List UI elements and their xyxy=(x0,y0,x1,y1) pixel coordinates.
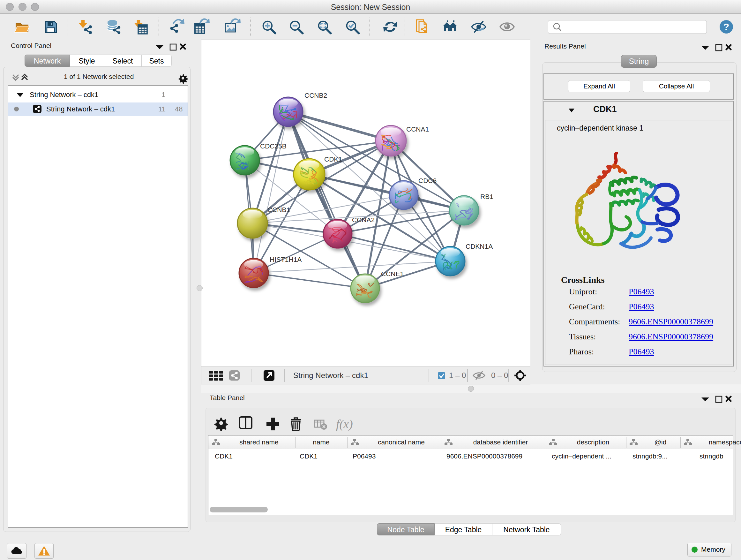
svg-text:CCNA2: CCNA2 xyxy=(352,216,375,224)
svg-text:f(x): f(x) xyxy=(336,417,353,431)
svg-text:CCNB1: CCNB1 xyxy=(267,206,290,213)
svg-text:0 – 0: 0 – 0 xyxy=(491,371,508,380)
svg-text:CDC25B: CDC25B xyxy=(260,142,286,150)
svg-text:RB1: RB1 xyxy=(480,193,493,200)
svg-text:CCNA1: CCNA1 xyxy=(406,125,429,133)
svg-text:1 – 0: 1 – 0 xyxy=(449,371,466,380)
svg-text:HIST1H1A: HIST1H1A xyxy=(270,256,301,263)
svg-text:CCNB2: CCNB2 xyxy=(305,91,327,99)
svg-text:CDC6: CDC6 xyxy=(418,177,436,184)
svg-text:CDK1: CDK1 xyxy=(324,155,342,163)
svg-text:CCNE1: CCNE1 xyxy=(381,270,404,277)
svg-text:CDKN1A: CDKN1A xyxy=(466,243,493,250)
svg-text:String Network – cdk1: String Network – cdk1 xyxy=(293,371,368,380)
